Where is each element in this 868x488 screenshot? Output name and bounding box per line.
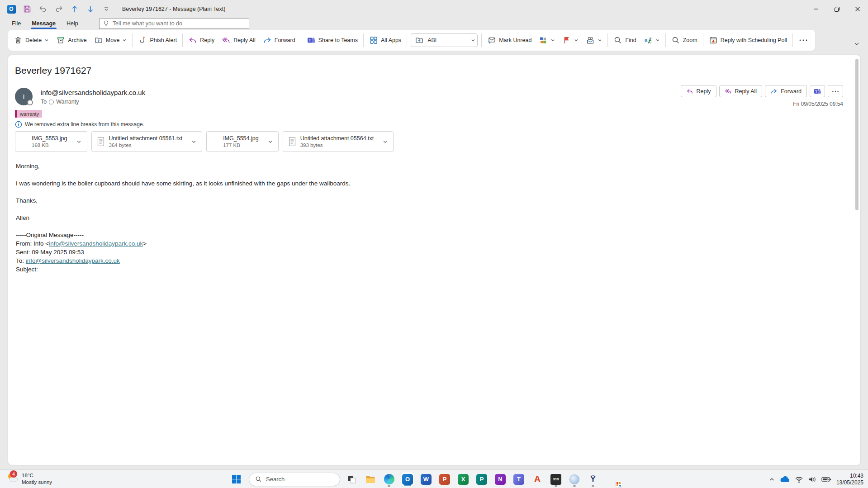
lightbulb-icon [103,20,109,27]
reply-icon [188,36,197,45]
forward-button[interactable]: Forward [259,33,299,48]
attachment-options-button[interactable] [380,137,390,146]
move-up-button[interactable] [69,3,81,15]
close-icon [855,6,860,12]
quick-step-abi-label: ABI [427,37,436,43]
attachment-card[interactable]: Untitled attachment 05561.txt 364 bytes [91,131,203,152]
attachment-card[interactable]: IMG_5554.jpg 177 KB [206,131,279,152]
delete-button[interactable]: Delete [10,33,52,48]
scheduling-poll-label: Reply with Scheduling Poll [721,37,787,43]
scheduling-poll-icon [709,36,718,45]
phish-alert-button[interactable]: Phish Alert [134,33,180,48]
weather-widget[interactable]: 4 18°C Mostly sunny [6,471,52,486]
taskbar-app-excel[interactable]: X [456,472,470,487]
battery-button[interactable] [821,476,831,483]
reply-icon [686,88,693,95]
quick-step-abi[interactable]: ABI [411,33,478,47]
system-tray: 10:43 13/05/2025 [769,470,863,488]
share-to-teams-button[interactable]: T [810,85,825,97]
reply-button[interactable]: Reply [681,85,716,97]
attachment-name: IMG_5554.jpg [223,135,259,142]
text-file-icon [288,137,297,147]
category-tag[interactable]: warranty [15,110,42,118]
taskbar-clock[interactable]: 10:43 13/05/2025 [836,473,863,486]
share-to-teams-button[interactable]: T Share to Teams [303,33,361,48]
volume-button[interactable] [808,476,816,483]
zoom-button[interactable]: Zoom [668,33,701,48]
taskbar-app-powerpoint[interactable]: P [438,472,451,487]
taskbar-app-outlook[interactable]: O [401,472,414,487]
categorize-button[interactable] [535,33,559,48]
tab-help[interactable]: Help [61,19,84,28]
outlook-icon: O [402,474,413,485]
translate-button[interactable]: a [640,33,664,48]
rules-button[interactable] [582,33,606,48]
minimize-button[interactable] [806,0,826,18]
scrollbar[interactable] [855,59,859,461]
speaker-icon [808,476,816,483]
sender-address[interactable]: info@silversandsholidaypark.co.uk [41,89,145,96]
attachment-size: 364 bytes [109,142,183,148]
wifi-button[interactable] [795,476,803,483]
forward-label: Forward [781,88,802,95]
onedrive-button[interactable] [780,476,790,483]
attachment-options-button[interactable] [265,137,275,146]
archive-button[interactable]: Archive [52,33,90,48]
ribbon-more-button[interactable] [795,33,812,48]
forward-button[interactable]: Forward [765,85,807,97]
recipient-name[interactable]: Warranty [56,99,79,105]
reply-all-button[interactable]: Reply All [218,33,259,48]
tab-message[interactable]: Message [26,19,61,28]
taskbar-app-file-explorer[interactable] [364,472,377,487]
follow-up-button[interactable] [559,33,582,48]
chevron-down-icon[interactable] [471,38,475,43]
customize-quick-access-button[interactable] [100,3,112,15]
taskbar-app-task-view[interactable] [345,472,359,487]
taskbar-app-teams[interactable]: T [512,472,526,487]
file-explorer-icon [365,474,376,485]
taskbar-app-3cx[interactable]: 3CX [549,472,563,487]
search-icon [255,476,262,483]
move-folder-icon [94,36,103,45]
taskbar-app-people[interactable]: Ÿ [586,472,600,487]
undo-button[interactable] [37,3,49,15]
collapse-ribbon-button[interactable] [854,42,860,46]
redo-button[interactable] [53,3,65,15]
move-button[interactable]: Move [90,33,131,48]
taskbar-app-autodesk[interactable]: A [531,472,544,487]
save-button[interactable] [21,3,33,15]
reply-all-button[interactable]: Reply All [719,85,763,97]
attachment-card[interactable]: IMG_5553.jpg 168 KB [15,131,87,152]
more-actions-button[interactable] [828,85,843,97]
close-button[interactable] [847,0,868,18]
attachment-options-button[interactable] [189,137,199,146]
mark-unread-button[interactable]: Mark Unread [484,33,535,48]
start-button[interactable] [228,472,244,487]
attachment-card[interactable]: Untitled attachment 05564.txt 393 bytes [283,131,394,152]
attachment-name: IMG_5553.jpg [32,135,67,142]
tell-me-input[interactable] [113,20,245,27]
scrollbar-thumb[interactable] [855,59,859,210]
ribbon-separator [665,33,666,47]
taskbar-app-goto[interactable] [568,472,581,487]
find-button[interactable]: Find [610,33,640,48]
notice-text: We removed extra line breaks from this m… [25,121,144,128]
tab-file[interactable]: File [6,19,26,28]
attachment-options-button[interactable] [74,137,84,146]
restore-button[interactable] [826,0,847,18]
taskbar-search[interactable]: Search [249,473,340,486]
taskbar-app-publisher[interactable]: P [475,472,489,487]
reply-button[interactable]: Reply [185,33,218,48]
save-icon [23,5,32,14]
tell-me-box[interactable] [99,19,249,29]
email-link[interactable]: info@silversandsholidaypark.co.uk [49,240,143,247]
taskbar-app-word[interactable]: W [419,472,433,487]
from-suffix: > [143,240,147,247]
all-apps-button[interactable]: All Apps [365,33,405,48]
taskbar-app-edge[interactable] [382,472,396,487]
email-link[interactable]: info@silversandsholidaypark.co.uk [26,257,120,264]
taskbar-app-onenote[interactable]: N [493,472,507,487]
move-down-button[interactable] [85,3,96,15]
reply-with-scheduling-poll-button[interactable]: Reply with Scheduling Poll [705,33,791,48]
show-hidden-icons-button[interactable] [769,477,775,482]
